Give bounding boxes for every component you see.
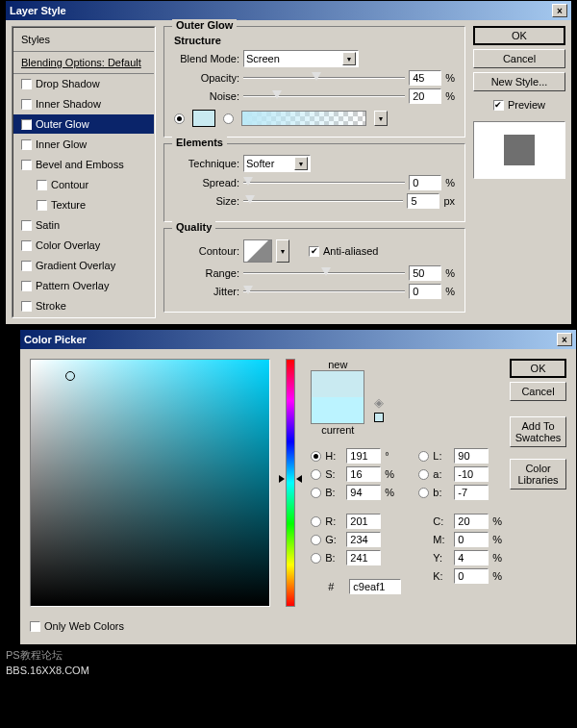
antialiased-label: Anti-aliased xyxy=(323,245,378,257)
style-item-contour[interactable]: Contour xyxy=(13,175,154,195)
style-item-gradient-overlay[interactable]: Gradient Overlay xyxy=(13,256,154,276)
style-item-drop-shadow[interactable]: Drop Shadow xyxy=(13,74,154,94)
b-input[interactable]: 94 xyxy=(346,485,381,500)
only-web-checkbox[interactable] xyxy=(30,621,40,632)
style-item-satin[interactable]: Satin xyxy=(13,215,154,236)
jitter-slider[interactable] xyxy=(243,284,405,299)
style-checkbox[interactable] xyxy=(21,240,32,251)
style-checkbox[interactable] xyxy=(21,220,32,231)
color-marker-icon xyxy=(65,371,75,381)
color-picker-buttons: OK Cancel Add To Swatches Color Librarie… xyxy=(510,359,566,635)
color-field[interactable] xyxy=(30,359,270,607)
hue-pointer-icon xyxy=(279,475,302,483)
gradient-dropdown-icon[interactable]: ▼ xyxy=(374,111,388,126)
style-item-texture[interactable]: Texture xyxy=(13,195,154,215)
color-picker-titlebar[interactable]: Color Picker × xyxy=(20,330,576,349)
style-item-pattern-overlay[interactable]: Pattern Overlay xyxy=(13,276,154,296)
style-checkbox[interactable] xyxy=(21,301,32,312)
range-slider[interactable] xyxy=(243,265,405,281)
glow-color-swatch[interactable] xyxy=(192,110,215,127)
s-radio[interactable] xyxy=(311,469,321,480)
contour-picker[interactable] xyxy=(243,239,272,263)
noise-slider[interactable] xyxy=(243,88,405,104)
styles-header[interactable]: Styles xyxy=(13,28,154,52)
style-item-stroke[interactable]: Stroke xyxy=(13,296,154,316)
hue-slider[interactable] xyxy=(286,359,295,607)
style-checkbox[interactable] xyxy=(21,281,32,291)
style-checkbox[interactable] xyxy=(21,99,32,110)
l-input[interactable]: 90 xyxy=(454,448,489,464)
ok-button[interactable]: OK xyxy=(510,359,566,378)
new-style-button[interactable]: New Style... xyxy=(473,72,565,91)
g-input[interactable]: 234 xyxy=(346,532,381,547)
cancel-button[interactable]: Cancel xyxy=(473,49,565,68)
style-checkbox[interactable] xyxy=(21,79,32,89)
blending-options[interactable]: Blending Options: Default xyxy=(13,52,154,74)
style-label: Stroke xyxy=(36,300,66,312)
style-checkbox[interactable]: ✔ xyxy=(21,119,32,130)
ok-button[interactable]: OK xyxy=(473,26,565,45)
style-checkbox[interactable] xyxy=(21,160,32,170)
spread-slider[interactable] xyxy=(243,175,405,190)
style-checkbox[interactable] xyxy=(37,180,47,190)
current-color-swatch[interactable] xyxy=(312,397,364,423)
jitter-input[interactable]: 0 xyxy=(409,284,441,299)
style-checkbox[interactable] xyxy=(21,139,32,150)
style-checkbox[interactable] xyxy=(37,200,47,211)
noise-input[interactable]: 20 xyxy=(409,88,441,104)
range-input[interactable]: 50 xyxy=(409,265,441,281)
technique-dropdown[interactable]: Softer▼ xyxy=(243,155,311,172)
layer-style-titlebar[interactable]: Layer Style × xyxy=(6,1,571,20)
blend-mode-dropdown[interactable]: Screen▼ xyxy=(243,50,359,67)
c-input[interactable]: 20 xyxy=(454,514,489,529)
r-input[interactable]: 201 xyxy=(346,514,381,529)
opacity-input[interactable]: 45 xyxy=(409,70,441,86)
m-input[interactable]: 0 xyxy=(454,532,489,547)
small-swatch[interactable] xyxy=(374,413,384,422)
a-input[interactable]: -10 xyxy=(454,466,489,482)
h-radio[interactable] xyxy=(311,451,321,462)
color-libraries-button[interactable]: Color Libraries xyxy=(510,459,566,490)
new-color-swatch[interactable] xyxy=(312,371,364,397)
y-input[interactable]: 4 xyxy=(454,550,489,565)
size-input[interactable]: 5 xyxy=(407,193,439,209)
h-input[interactable]: 191 xyxy=(346,448,381,464)
bb-radio[interactable] xyxy=(311,553,321,564)
hex-input[interactable]: c9eaf1 xyxy=(349,579,401,594)
antialiased-checkbox[interactable]: ✔ xyxy=(309,246,319,257)
bb-input[interactable]: 241 xyxy=(346,550,381,565)
style-checkbox[interactable] xyxy=(21,261,32,271)
preview-checkbox[interactable]: ✔ xyxy=(493,100,504,111)
opacity-slider[interactable] xyxy=(243,70,405,86)
size-slider[interactable] xyxy=(243,193,403,209)
close-icon[interactable]: × xyxy=(552,4,567,17)
style-item-inner-shadow[interactable]: Inner Shadow xyxy=(13,94,154,114)
b2-radio[interactable] xyxy=(418,488,429,498)
range-label: Range: xyxy=(174,267,239,279)
style-item-color-overlay[interactable]: Color Overlay xyxy=(13,236,154,256)
contour-dropdown-icon[interactable]: ▼ xyxy=(276,239,289,263)
b-radio[interactable] xyxy=(311,488,321,498)
add-swatches-button[interactable]: Add To Swatches xyxy=(510,416,566,447)
r-radio[interactable] xyxy=(311,516,321,527)
s-input[interactable]: 16 xyxy=(346,466,381,482)
preview-thumbnail xyxy=(473,121,565,179)
style-item-inner-glow[interactable]: Inner Glow xyxy=(13,135,154,155)
l-radio[interactable] xyxy=(418,451,429,462)
g-radio[interactable] xyxy=(311,535,321,545)
a-radio[interactable] xyxy=(418,469,429,480)
gradient-bar[interactable] xyxy=(241,111,366,126)
color-picker-title: Color Picker xyxy=(24,334,87,345)
gradient-radio[interactable] xyxy=(223,113,234,124)
style-item-bevel-and-emboss[interactable]: Bevel and Emboss xyxy=(13,155,154,175)
b2-input[interactable]: -7 xyxy=(454,485,489,500)
k-input[interactable]: 0 xyxy=(454,568,489,584)
close-icon[interactable]: × xyxy=(557,333,572,346)
cube-icon[interactable]: ◈ xyxy=(374,395,384,410)
styles-list-panel: Styles Blending Options: Default Drop Sh… xyxy=(12,26,156,318)
color-radio[interactable] xyxy=(174,113,185,124)
cancel-button[interactable]: Cancel xyxy=(510,382,566,401)
style-label: Bevel and Emboss xyxy=(36,159,124,170)
style-item-outer-glow[interactable]: ✔Outer Glow xyxy=(13,114,154,135)
spread-input[interactable]: 0 xyxy=(409,175,441,190)
